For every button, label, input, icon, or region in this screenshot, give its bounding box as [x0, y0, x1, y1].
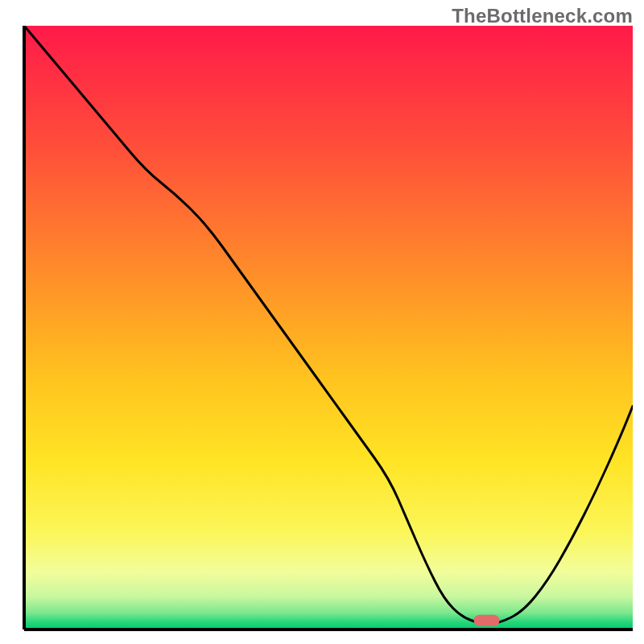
bottleneck-chart — [0, 0, 644, 644]
plot-background-gradient — [24, 26, 633, 630]
watermark-text: TheBottleneck.com — [452, 5, 633, 27]
optimum-marker — [474, 615, 500, 626]
